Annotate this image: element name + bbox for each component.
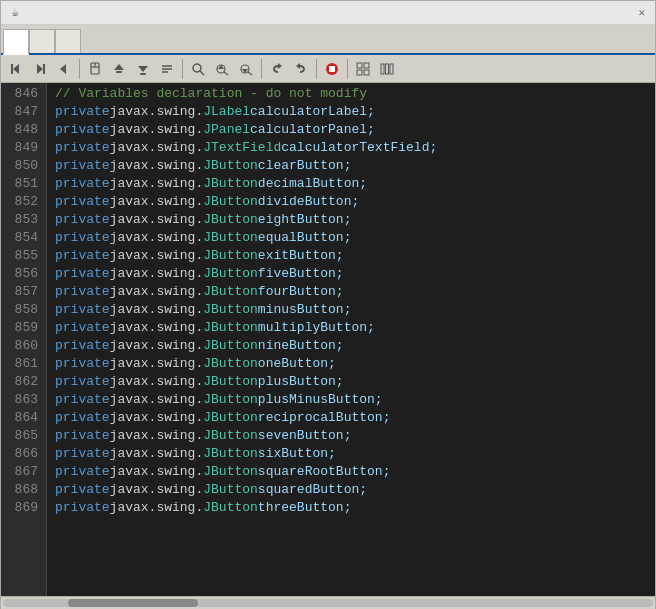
svg-line-21 [248,72,252,75]
tab-bar [1,25,655,55]
token-kw: private [55,229,110,247]
columns-button[interactable] [376,58,398,80]
toggle-bookmark-button[interactable] [84,58,106,80]
token-plain: javax.swing. [110,283,204,301]
code-line: private javax.swing.JButton sevenButton; [55,427,647,445]
token-plain: javax.swing. [110,121,204,139]
stop-button[interactable] [321,58,343,80]
svg-line-16 [200,71,204,75]
scroll-track [3,599,653,607]
prev-bookmark-button[interactable] [108,58,130,80]
token-var: reciprocalButton; [258,409,391,427]
token-type: JButton [203,193,258,211]
token-type: JButton [203,373,258,391]
close-tab-button[interactable]: ✕ [634,5,649,20]
token-kw: private [55,211,110,229]
token-type: JButton [203,211,258,229]
tab-design[interactable] [29,29,55,53]
svg-rect-28 [364,70,369,75]
line-number: 868 [5,481,38,499]
svg-marker-2 [37,64,43,74]
redo-button[interactable] [290,58,312,80]
token-kw: private [55,103,110,121]
svg-marker-4 [60,64,66,74]
token-type: JButton [203,265,258,283]
token-plain: javax.swing. [110,499,204,517]
format-button[interactable] [352,58,374,80]
token-var: sixButton; [258,445,336,463]
code-line: private javax.swing.JButton decimalButto… [55,175,647,193]
token-kw: private [55,463,110,481]
line-number: 847 [5,103,38,121]
find-prev-button[interactable] [211,58,233,80]
token-kw: private [55,301,110,319]
code-line: private javax.swing.JButton plusMinusBut… [55,391,647,409]
token-type: JLabel [203,103,250,121]
token-var: calculatorPanel; [250,121,375,139]
undo-button[interactable] [266,58,288,80]
token-type: JButton [203,283,258,301]
token-plain: javax.swing. [110,157,204,175]
token-kw: private [55,283,110,301]
token-var: fourButton; [258,283,344,301]
svg-rect-11 [140,73,146,75]
horizontal-scrollbar[interactable] [1,597,655,609]
code-line: private javax.swing.JTextField calculato… [55,139,647,157]
token-plain: javax.swing. [110,445,204,463]
token-plain: javax.swing. [110,481,204,499]
token-kw: private [55,391,110,409]
token-type: JButton [203,229,258,247]
line-numbers: 8468478488498508518528538548558568578588… [1,83,47,596]
separator-1 [79,59,80,79]
token-var: eightButton; [258,211,352,229]
code-line: private javax.swing.JButton reciprocalBu… [55,409,647,427]
find-button[interactable] [187,58,209,80]
line-number: 861 [5,355,38,373]
svg-rect-29 [381,64,384,74]
line-number: 848 [5,121,38,139]
forward-button[interactable] [29,58,51,80]
token-kw: private [55,337,110,355]
line-number: 856 [5,265,38,283]
code-line: private javax.swing.JButton plusButton; [55,373,647,391]
svg-rect-24 [329,66,335,72]
code-content[interactable]: // Variables declaration - do not modify… [47,83,655,596]
code-line: private javax.swing.JButton squaredButto… [55,481,647,499]
token-plain: javax.swing. [110,337,204,355]
token-type: JButton [203,355,258,373]
tab-source[interactable] [3,29,29,55]
token-type: JButton [203,409,258,427]
token-plain: javax.swing. [110,391,204,409]
token-var: plusMinusButton; [258,391,383,409]
token-var: equalButton; [258,229,352,247]
back2-button[interactable] [53,58,75,80]
line-number: 863 [5,391,38,409]
code-line: private javax.swing.JButton fourButton; [55,283,647,301]
token-type: JButton [203,445,258,463]
scroll-thumb[interactable] [68,599,198,607]
token-var: divideButton; [258,193,359,211]
find-next-button[interactable] [235,58,257,80]
token-kw: private [55,481,110,499]
token-var: squareRootButton; [258,463,391,481]
token-kw: private [55,157,110,175]
token-var: nineButton; [258,337,344,355]
token-type: JButton [203,247,258,265]
line-number: 858 [5,301,38,319]
bookmark-list-button[interactable] [156,58,178,80]
separator-4 [316,59,317,79]
token-kw: private [55,427,110,445]
token-plain: javax.swing. [110,427,204,445]
token-kw: private [55,409,110,427]
svg-rect-25 [357,63,362,68]
svg-rect-31 [390,64,393,74]
code-line: private javax.swing.JButton sixButton; [55,445,647,463]
code-line: private javax.swing.JButton exitButton; [55,247,647,265]
line-number: 852 [5,193,38,211]
back-button[interactable] [5,58,27,80]
svg-line-18 [224,72,228,75]
next-bookmark-button[interactable] [132,58,154,80]
tab-history[interactable] [55,29,81,53]
token-var: oneButton; [258,355,336,373]
token-type: JButton [203,337,258,355]
